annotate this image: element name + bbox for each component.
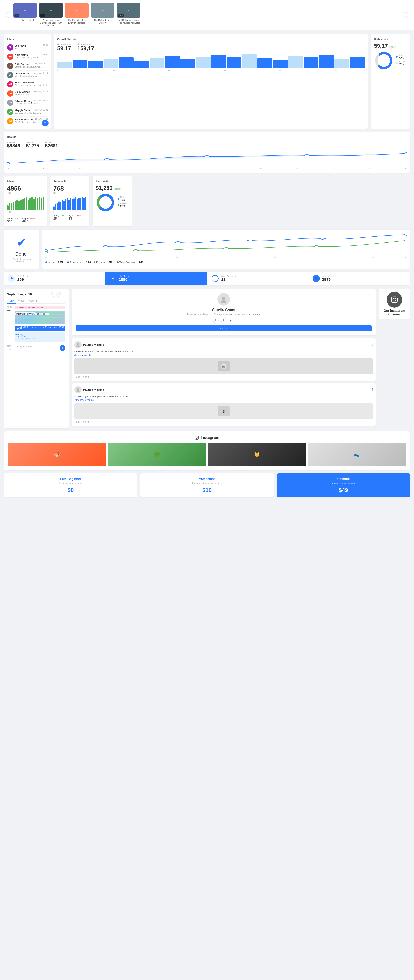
extax-val: $2681 — [45, 143, 58, 149]
pricing-free-link[interactable]: Free Beginner — [60, 477, 81, 480]
row-2: Results ⋯ Balance $9846 Income $1275 Ex … — [4, 132, 410, 173]
add-event-button[interactable]: + — [60, 345, 65, 351]
carousel-item[interactable]: 4:39 ▶ A Discount Toner Cartridge is Bet… — [39, 3, 63, 27]
results-x-axis: 010203040506070809101112 — [7, 168, 407, 170]
inbox-header: Inbox ⋯ — [7, 37, 48, 41]
inbox-item[interactable]: EW Eleanor Watson 04.05.16 09:34 Didn't … — [7, 117, 48, 126]
cal-tab-day[interactable]: Day — [7, 299, 16, 304]
img-placeholder: ▶ — [91, 3, 115, 18]
inbox-item-content: Justin Norris Yesterday 19:19 Well if yo… — [15, 72, 48, 77]
carousel-item-label: Self Motivation How to Keep Yourself Mot… — [117, 19, 140, 24]
inbox-item[interactable]: MC Mike Christensen Yesterday 13:01 Dire… — [7, 80, 48, 89]
stat-bar — [211, 55, 226, 68]
x-axis-label: 03 — [111, 257, 113, 259]
likes-menu[interactable]: ⋯ — [41, 179, 44, 183]
dual-x-axis: 010203040506070809101112 — [46, 257, 407, 259]
calendar-card: September, 2016 ‹ › ⋯ Day Week Mounth MO… — [4, 289, 68, 428]
facebook-button[interactable]: f — [221, 318, 226, 323]
pricing-pro-name: Professional — [144, 477, 270, 481]
inbox-item-content: Joe Floyd 12:59 Hi! — [15, 44, 48, 49]
stat-bar — [150, 58, 164, 68]
likes-bar — [14, 202, 16, 210]
statistic-menu[interactable]: ⋯ — [361, 37, 365, 41]
tweet-2-menu[interactable]: ⋯ — [371, 421, 373, 423]
calendar-menu[interactable]: ⋯ — [62, 293, 65, 296]
today-label: Today — [7, 217, 13, 220]
heart-icon: ♥ — [109, 275, 116, 282]
carousel-item-label: A Discount Toner Cartridge is Better tha… — [39, 19, 63, 27]
daily-visits-menu[interactable]: ⋯ — [404, 37, 407, 41]
inbox-item[interactable]: NN Nora Norris 11:01 I am now re-read, a… — [7, 52, 48, 61]
results-menu[interactable]: ⋯ — [404, 135, 407, 139]
carousel-item[interactable]: ▶ The Perfect Pot for Every Preparation — [65, 3, 89, 27]
inbox-menu[interactable]: ⋯ — [45, 37, 48, 41]
inbox-item[interactable]: EC Effie Carlson Yesterday 21:41 Strange… — [7, 61, 48, 70]
carousel-item[interactable]: ▶ The Risks of Lasik Surgery — [91, 3, 115, 27]
inbox-item[interactable]: JF Joe Floyd 12:59 Hi! — [7, 43, 48, 52]
stat-bar — [119, 57, 134, 68]
x-axis-label: 05 — [176, 257, 178, 259]
daily-visits-2-menu[interactable]: ⋯ — [126, 179, 129, 183]
legend-2-new-dot — [118, 198, 119, 199]
google-plus-button[interactable]: g+ — [229, 318, 234, 323]
compose-fab[interactable]: ✏ — [42, 120, 49, 126]
stat-box-likes: ♥ Likes Today 1590 — [105, 272, 207, 285]
balance-item: Balance $9846 — [7, 141, 20, 149]
comments-bar — [73, 198, 75, 210]
pricing-pro-link[interactable]: Professional — [197, 477, 217, 480]
carousel-prev-button[interactable]: ‹ — [6, 12, 11, 18]
stat-bar — [57, 62, 72, 68]
inbox-avatar: JN — [7, 72, 13, 78]
carousel-item[interactable]: 10:01 ▶ Self Motivation How to Keep Your… — [117, 3, 140, 27]
svg-point-4 — [204, 156, 210, 157]
launch-event: Launch with Jane and plan of the Birthda… — [14, 326, 65, 331]
cal-tab-month[interactable]: Mounth — [27, 299, 39, 304]
tweet-1-menu[interactable]: ⋯ — [371, 376, 373, 378]
inbox-item[interactable]: MO Maggie Obrien 05.06.16 22:22 Yesterda… — [7, 107, 48, 117]
cal-next-button[interactable]: › — [56, 292, 61, 296]
svg-point-25 — [76, 345, 80, 347]
legend-2-repeat: Repeat 25% — [118, 202, 126, 208]
twitter-button[interactable]: 𝕏 — [213, 318, 218, 323]
tweet-2-avatar — [75, 386, 81, 393]
calendar-day-13: TUE 13 Nothing is planned... + — [7, 345, 65, 351]
inbox-item[interactable]: DG Daisy Gomez Yesterday 13:14 See this … — [7, 89, 48, 98]
comments-bar — [57, 203, 58, 210]
likes-count: 4956 — [7, 185, 44, 192]
carousel-next-button[interactable]: › — [403, 12, 408, 18]
cal-prev-button[interactable]: ‹ — [51, 292, 56, 296]
birthday-2-time: 18:30 - 01:30 — [16, 336, 64, 337]
likes-bypost-label: By post ↓59% — [22, 217, 35, 220]
inbox-item-content: Daisy Gomez Yesterday 13:14 See this sto… — [15, 91, 48, 95]
inbox-item[interactable]: EM Edward Massey Yesterday 15:57 ...post… — [7, 98, 48, 107]
stat-label-2: Change trades — [77, 43, 94, 45]
inbox-item[interactable]: JN Justin Norris Yesterday 19:19 Well if… — [7, 70, 48, 80]
inbox-item-preview: Well if you want to write a dignity for … — [15, 75, 42, 77]
inbox-item-time: Yesterday 13:14 — [34, 91, 48, 92]
pricing-section: Free Beginner For a taste our product. $… — [4, 473, 410, 497]
stat-bar — [304, 57, 318, 68]
done-subtitle: Your task has been completed. — [7, 258, 36, 262]
daily-visits-change: +18% — [390, 46, 396, 48]
x-axis-label: 10 — [339, 257, 341, 259]
day-label-13: TUE 13 — [7, 345, 13, 351]
carousel-badge: 5:02 — [14, 14, 19, 17]
stat-bar — [227, 57, 242, 68]
svg-point-23 — [221, 301, 226, 303]
daily-visits-2-title: Daily Visits — [96, 180, 109, 183]
likes-bar — [11, 203, 12, 210]
svg-point-38 — [198, 436, 198, 437]
tweet-2-text: 20 iMessage stickers you'll want to bury… — [75, 395, 373, 402]
carousel-item[interactable]: 5:02 ▶ The Flash Tutorial — [13, 3, 37, 27]
follow-button[interactable]: Follow — [76, 325, 372, 331]
comments-menu[interactable]: ⋯ — [83, 179, 86, 183]
users-info: New Users 2975 — [322, 275, 332, 282]
pricing-free-price: $0 — [8, 487, 133, 493]
goals-donut — [211, 275, 219, 282]
cal-tab-week[interactable]: Week — [16, 299, 27, 304]
pricing-free-card: Free Beginner For a taste our product. $… — [4, 473, 137, 497]
c-today-label: Today — [53, 215, 59, 217]
user-icon: 👤 — [313, 275, 320, 282]
likes-bar — [16, 200, 18, 210]
birthday-event: Jane Happy Birthday! All day — [14, 306, 65, 309]
